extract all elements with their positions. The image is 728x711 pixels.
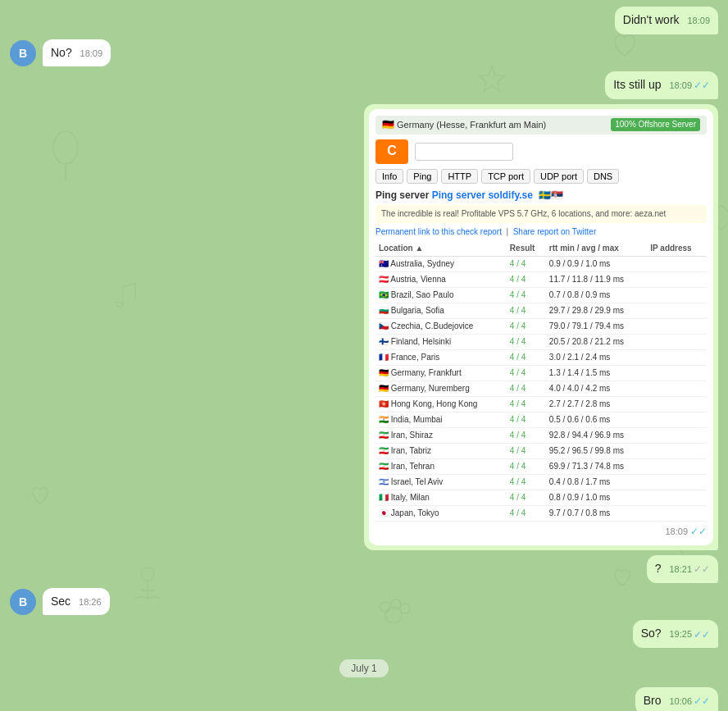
message-meta: 19:25 ✓✓ — [669, 628, 710, 642]
col-ip: IP address — [647, 241, 707, 257]
message-time: 18:09 — [687, 15, 710, 27]
avatar: B — [10, 40, 36, 66]
message-text: Sec — [51, 595, 71, 608]
message-text: Didn't work — [623, 13, 680, 26]
table-row: 🇫🇮 Finland, Helsinki4 / 420.5 / 20.8 / 2… — [375, 335, 707, 350]
message-row: B No? 18:09 — [10, 39, 718, 67]
message-row: Bro 10:06 ✓✓ — [10, 687, 718, 711]
message-text: Its still up — [613, 78, 661, 91]
embed-ping-table: Location ▲ Result rtt min / avg / max IP… — [375, 241, 707, 522]
message-meta: 10:06 ✓✓ — [669, 695, 710, 709]
read-receipt-icon: ✓✓ — [694, 563, 710, 577]
read-receipt-icon: ✓✓ — [694, 695, 710, 709]
read-receipt-icon: ✓✓ — [694, 628, 710, 642]
embed-input[interactable] — [415, 143, 513, 161]
col-location: Location ▲ — [375, 241, 507, 257]
message-row-embed: 🇩🇪 Germany (Hesse, Frankfurt am Main) 10… — [10, 104, 718, 550]
table-row: 🇭🇰 Hong Kong, Hong Kong4 / 42.7 / 2.7 / … — [375, 397, 707, 412]
date-text: July 1 — [351, 663, 376, 674]
embed-udp-btn[interactable]: UDP port — [534, 169, 584, 184]
col-rtt: rtt min / avg / max — [546, 241, 647, 257]
message-bubble: Bro 10:06 ✓✓ — [635, 687, 718, 711]
message-bubble: No? 18:09 — [43, 39, 111, 67]
embed-country: 🇩🇪 Germany (Hesse, Frankfurt am Main) — [382, 118, 546, 132]
message-bubble: So? 19:25 ✓✓ — [633, 620, 718, 648]
table-row: 🇩🇪 Germany, Frankfurt4 / 41.3 / 1.4 / 1.… — [375, 366, 707, 381]
chat-messages-container: Didn't work 18:09 B No? 18:09 Its still … — [0, 0, 728, 711]
embed-subtitle: Permanent link to this check report | Sh… — [375, 226, 707, 238]
message-meta: 18:09 — [687, 15, 710, 27]
embed-info-btn[interactable]: Info — [375, 169, 403, 184]
date-separator: July 1 — [10, 659, 718, 677]
message-bubble-embed: 🇩🇪 Germany (Hesse, Frankfurt am Main) 10… — [364, 104, 718, 550]
message-meta: 18:26 — [79, 596, 102, 608]
message-text: No? — [51, 46, 72, 59]
embed-btn-row: Info Ping HTTP TCP port UDP port DNS — [375, 169, 707, 184]
embed-dns-btn[interactable]: DNS — [587, 169, 619, 184]
table-row: 🇮🇷 Iran, Shiraz4 / 492.8 / 94.4 / 96.9 m… — [375, 428, 707, 444]
embed-permalink-link[interactable]: Permanent link to this check report — [375, 227, 502, 236]
embed-input-area — [415, 143, 513, 161]
message-bubble: Didn't work 18:09 — [615, 7, 718, 34]
message-row: ? 18:21 ✓✓ — [10, 555, 718, 583]
table-row: 🇨🇿 Czechia, C.Budejovice4 / 479.0 / 79.1… — [375, 319, 707, 335]
embed-ping-title: Ping server Ping server soldify.se 🇸🇪🇷🇸 — [375, 189, 707, 203]
message-text: So? — [641, 627, 662, 640]
message-row: B Sec 18:26 — [10, 588, 718, 616]
table-row: 🇦🇹 Austria, Vienna4 / 411.7 / 11.8 / 11.… — [375, 272, 707, 288]
message-row: Its still up 18:09 ✓✓ — [10, 71, 718, 99]
message-bubble: Its still up 18:09 ✓✓ — [605, 71, 718, 99]
message-text: Bro — [644, 694, 662, 707]
message-time: 19:25 — [669, 628, 692, 640]
message-bubble: Sec 18:26 — [43, 588, 110, 616]
message-time: 18:09 — [669, 80, 692, 92]
server-badge: 100% Offshore Server — [611, 118, 700, 131]
embed-ping-link[interactable]: Ping server soldify.se — [432, 189, 533, 201]
ping-embed: 🇩🇪 Germany (Hesse, Frankfurt am Main) 10… — [369, 109, 713, 545]
table-row: 🇮🇷 Iran, Tehran4 / 469.9 / 71.3 / 74.8 m… — [375, 459, 707, 475]
embed-logo-row: C — [375, 139, 707, 164]
message-time: 18:09 — [80, 48, 103, 60]
embed-logo: C — [375, 139, 408, 164]
embed-http-btn[interactable]: HTTP — [441, 169, 478, 184]
read-receipt-icon: ✓✓ — [694, 79, 710, 93]
embed-time-text: 18:09 — [665, 526, 688, 538]
table-row: 🇯🇵 Japan, Tokyo4 / 49.7 / 0.7 / 0.8 ms — [375, 506, 707, 522]
message-time: 10:06 — [669, 695, 692, 708]
message-meta: 18:21 ✓✓ — [669, 563, 710, 577]
embed-ping-btn[interactable]: Ping — [407, 169, 438, 184]
table-row: 🇦🇺 Australia, Sydney4 / 40.9 / 0.9 / 1.0… — [375, 257, 707, 272]
message-row: So? 19:25 ✓✓ — [10, 620, 718, 648]
embed-timestamp: 18:09 ✓✓ — [375, 525, 707, 539]
table-row: 🇫🇷 France, Paris4 / 43.0 / 2.1 / 2.4 ms — [375, 350, 707, 366]
embed-read-receipt: ✓✓ — [690, 525, 707, 539]
avatar: B — [10, 589, 36, 615]
table-row: 🇮🇹 Italy, Milan4 / 40.8 / 0.9 / 1.0 ms — [375, 490, 707, 506]
date-pill: July 1 — [339, 659, 388, 677]
table-row: 🇮🇳 India, Mumbai4 / 40.5 / 0.6 / 0.6 ms — [375, 412, 707, 428]
message-time: 18:21 — [669, 563, 692, 576]
message-meta: 18:09 — [80, 48, 103, 60]
message-text: ? — [655, 562, 662, 575]
message-bubble: ? 18:21 ✓✓ — [647, 555, 718, 583]
table-row: 🇮🇱 Israel, Tel Aviv4 / 40.4 / 0.8 / 1.7 … — [375, 475, 707, 490]
message-row: Didn't work 18:09 — [10, 7, 718, 34]
col-result: Result — [507, 241, 546, 257]
embed-promo: The incredible is real! Profitable VPS 5… — [375, 205, 707, 223]
message-meta: 18:09 ✓✓ — [669, 79, 710, 93]
table-row: 🇧🇬 Bulgaria, Sofia4 / 429.7 / 29.8 / 29.… — [375, 303, 707, 319]
message-time: 18:26 — [79, 596, 102, 608]
embed-tcp-btn[interactable]: TCP port — [481, 169, 530, 184]
table-row: 🇧🇷 Brazil, Sao Paulo4 / 40.7 / 0.8 / 0.9… — [375, 288, 707, 303]
embed-country-bar: 🇩🇪 Germany (Hesse, Frankfurt am Main) 10… — [375, 116, 707, 134]
table-row: 🇩🇪 Germany, Nuremberg4 / 44.0 / 4.0 / 4.… — [375, 381, 707, 397]
embed-share-link[interactable]: Share report on Twitter — [513, 227, 597, 236]
table-row: 🇮🇷 Iran, Tabriz4 / 495.2 / 96.5 / 99.8 m… — [375, 444, 707, 459]
